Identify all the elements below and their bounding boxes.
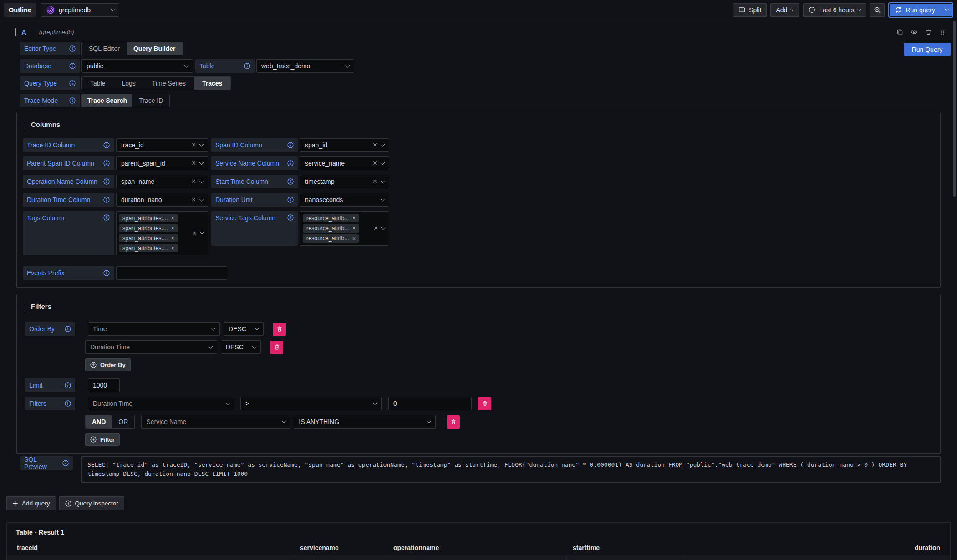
column-header-servicename[interactable]: servicename <box>294 540 387 555</box>
info-icon[interactable] <box>103 270 110 276</box>
duration-time-column-select[interactable]: duration_nano × <box>116 193 208 207</box>
order-by-direction-select[interactable]: DESC <box>221 340 261 354</box>
column-header-traceid[interactable]: traceid <box>7 540 294 555</box>
filter-value-input[interactable]: 0 <box>388 397 472 410</box>
close-icon[interactable]: × <box>171 225 174 232</box>
tab-query-builder[interactable]: Query Builder <box>127 42 183 55</box>
collapse-chevron-icon[interactable] <box>24 302 26 311</box>
events-prefix-input[interactable] <box>116 266 227 280</box>
filter-operator-select[interactable]: > <box>240 397 382 410</box>
trash-icon[interactable] <box>925 29 932 35</box>
filter-field-select[interactable]: Service Name <box>141 415 290 429</box>
outline-button[interactable]: Outline <box>4 3 36 17</box>
clear-icon[interactable]: × <box>192 196 196 203</box>
query-inspector-button[interactable]: Query inspector <box>59 496 124 510</box>
close-icon[interactable]: × <box>171 235 174 242</box>
info-icon[interactable] <box>287 197 294 203</box>
info-icon[interactable] <box>103 160 110 166</box>
info-icon[interactable] <box>103 214 110 221</box>
service-name-column-select[interactable]: service_name × <box>300 156 389 170</box>
column-header-duration[interactable]: duration <box>684 540 950 555</box>
remove-order-by-button[interactable] <box>270 341 283 354</box>
add-button[interactable]: Add <box>770 3 799 17</box>
info-icon[interactable] <box>103 142 110 148</box>
info-icon[interactable] <box>69 63 76 69</box>
tag-chip[interactable]: span_attributes....× <box>119 214 178 222</box>
clear-icon[interactable]: × <box>374 224 378 232</box>
order-by-direction-select[interactable]: DESC <box>224 322 264 336</box>
run-query-inline-button[interactable]: Run Query <box>904 43 951 56</box>
tab-sql-editor[interactable]: SQL Editor <box>82 42 127 55</box>
add-order-by-button[interactable]: Order By <box>85 358 131 371</box>
copy-icon[interactable] <box>896 29 903 35</box>
tag-chip[interactable]: span_attributes....× <box>119 244 178 252</box>
remove-filter-button[interactable] <box>447 415 460 429</box>
close-icon[interactable]: × <box>352 225 356 232</box>
collapse-chevron-icon[interactable] <box>24 120 26 129</box>
tag-chip[interactable]: span_attributes....× <box>119 234 178 242</box>
drag-handle-icon[interactable] <box>939 29 946 35</box>
clear-icon[interactable]: × <box>192 178 196 185</box>
info-icon[interactable] <box>69 80 76 86</box>
tag-chip[interactable]: resource_attrib...× <box>303 214 359 222</box>
tab-time-series[interactable]: Time Series <box>144 77 194 90</box>
operation-name-column-select[interactable]: span_name × <box>116 175 208 188</box>
info-icon[interactable] <box>287 142 294 148</box>
info-icon[interactable] <box>244 63 250 69</box>
info-icon[interactable] <box>287 178 294 185</box>
tag-chip[interactable]: resource_attrib...× <box>303 224 359 232</box>
split-button[interactable]: Split <box>733 3 767 17</box>
remove-order-by-button[interactable] <box>273 323 286 336</box>
tag-chip[interactable]: span_attributes....× <box>119 224 178 232</box>
tab-trace-id[interactable]: Trace ID <box>132 94 169 107</box>
eye-icon[interactable] <box>911 28 918 35</box>
info-icon[interactable] <box>65 400 71 407</box>
close-icon[interactable]: × <box>171 245 174 252</box>
start-time-column-select[interactable]: timestamp × <box>300 175 389 188</box>
info-icon[interactable] <box>65 326 71 332</box>
tab-traces[interactable]: Traces <box>194 77 230 90</box>
remove-filter-button[interactable] <box>478 397 491 410</box>
service-tags-column-multiselect[interactable]: resource_attrib...× resource_attrib...× … <box>300 211 389 246</box>
info-icon[interactable] <box>103 178 110 185</box>
clear-icon[interactable]: × <box>192 141 196 149</box>
clear-icon[interactable]: × <box>373 178 377 185</box>
collapse-chevron-icon[interactable] <box>15 27 17 36</box>
info-icon[interactable] <box>62 460 69 466</box>
database-select[interactable]: public <box>81 59 193 73</box>
info-icon[interactable] <box>287 160 294 166</box>
info-icon[interactable] <box>69 45 76 52</box>
tab-trace-search[interactable]: Trace Search <box>82 94 132 107</box>
run-query-button[interactable]: Run query <box>890 4 941 16</box>
order-by-field-select[interactable]: Time <box>88 322 220 336</box>
clear-icon[interactable]: × <box>193 229 197 237</box>
add-filter-button[interactable]: Filter <box>85 433 120 446</box>
close-icon[interactable]: × <box>352 215 356 222</box>
parent-span-id-column-select[interactable]: parent_span_id × <box>116 156 208 170</box>
datasource-picker[interactable]: greptimedb <box>41 3 119 17</box>
query-ref-id[interactable]: A <box>21 28 26 36</box>
tag-chip[interactable]: resource_attrib...× <box>303 234 359 243</box>
filter-field-select[interactable]: Duration Time <box>88 397 234 410</box>
info-icon[interactable] <box>287 214 294 221</box>
tab-logs[interactable]: Logs <box>113 77 143 90</box>
clear-icon[interactable]: × <box>373 141 377 149</box>
duration-unit-select[interactable]: nanoseconds <box>300 193 389 207</box>
order-by-field-select[interactable]: Duration Time <box>85 340 217 354</box>
close-icon[interactable]: × <box>352 235 356 242</box>
zoom-out-time-button[interactable] <box>870 3 885 17</box>
trace-id-column-select[interactable]: trace_id × <box>116 138 208 152</box>
limit-input[interactable]: 1000 <box>88 378 120 392</box>
info-icon[interactable] <box>69 97 76 104</box>
tags-column-multiselect[interactable]: span_attributes....× span_attributes....… <box>116 211 208 255</box>
table-select[interactable]: web_trace_demo <box>256 59 354 73</box>
tab-table[interactable]: Table <box>82 77 113 90</box>
tab-or[interactable]: OR <box>112 415 134 428</box>
filter-operator-select[interactable]: IS ANYTHING <box>294 415 436 429</box>
column-header-operationname[interactable]: operationname <box>387 540 566 555</box>
scrollbar[interactable] <box>953 21 956 197</box>
span-id-column-select[interactable]: span_id × <box>300 138 389 152</box>
info-icon[interactable] <box>103 197 110 203</box>
run-query-options-button[interactable] <box>941 4 952 16</box>
info-icon[interactable] <box>65 382 71 388</box>
